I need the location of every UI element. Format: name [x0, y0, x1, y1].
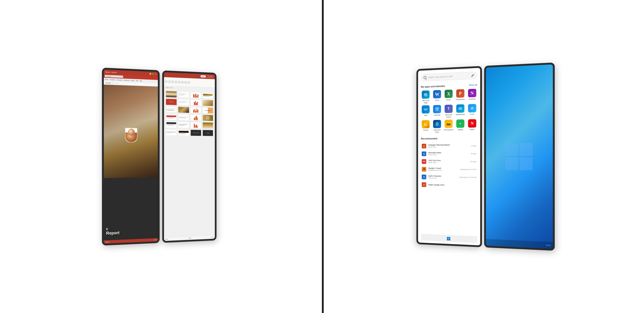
ribbon-tab-design[interactable]: Design: [105, 78, 108, 80]
rec-title-tax: 2019 Tax Form: [428, 159, 468, 161]
ribbon-tab-transitions[interactable]: Transitions: [110, 79, 115, 80]
app-item-netflix[interactable]: N Netflix: [467, 119, 477, 133]
rec-title-remodel: Remodel Notes: [428, 152, 469, 154]
rec-info-tax: 2019 Tax Form 2019 Taxes: [428, 159, 468, 163]
ppt-main-slide: c Report: [104, 84, 158, 241]
app-item-explorer[interactable]: File Explorer: [444, 120, 454, 133]
slide-thumb-19[interactable]: [190, 122, 201, 128]
app-item-onenote[interactable]: N OneNote: [467, 88, 477, 102]
app-label-edge: Microsoft Edge: [421, 99, 430, 104]
app-item-powerpoint[interactable]: P PowerPoint: [455, 89, 465, 103]
slide-thumb-3[interactable]: [190, 92, 201, 98]
ribbon-tab-review[interactable]: Review: [131, 80, 134, 81]
ribbon-icon-7[interactable]: [184, 81, 187, 83]
app-icon-todo: [468, 104, 476, 113]
minimize-button[interactable]: [150, 73, 151, 74]
slide-thumb-22[interactable]: [178, 129, 189, 136]
app-item-calendar[interactable]: 12 Calendar: [432, 105, 442, 118]
ribbon-icon-8[interactable]: [188, 81, 190, 84]
ribbon-tab-slideshow[interactable]: Slide Show: [124, 79, 130, 81]
app-item-teams[interactable]: T Microsoft Teams: [444, 104, 454, 118]
app-label-whiteboard: Whiteboard: [456, 113, 465, 116]
ribbon-icon-4[interactable]: [175, 80, 177, 83]
app-item-edge[interactable]: Microsoft Edge: [421, 90, 430, 104]
app-item-excel[interactable]: X Excel: [444, 89, 454, 103]
slide-title-letter: c: [106, 226, 119, 231]
app-icon-calendar: 12: [433, 105, 441, 113]
app-item-photos[interactable]: Photos: [421, 120, 430, 133]
comments-button[interactable]: Comments: [206, 75, 214, 78]
rec-item-water[interactable]: P Water Quality 2018: [421, 181, 477, 189]
ppt-screen-right: 👤 Share Comments: [162, 70, 216, 243]
rec-item-travel[interactable]: ✈ Margie's Travel Margiestravel.com Yest…: [421, 165, 477, 173]
slide-thumb-18[interactable]: [178, 122, 189, 128]
slide-thumb-5[interactable]: Coffee Report: [166, 98, 177, 105]
ribbon-icon-1[interactable]: [165, 80, 168, 83]
ribbon-icon-5[interactable]: [178, 80, 181, 83]
status-general: General: [105, 241, 109, 243]
notes-button[interactable]: Notes: [165, 238, 168, 240]
win-logo-bl: [447, 239, 448, 240]
slide-thumb-12[interactable]: TRUE ▸ FALSE: [202, 107, 213, 113]
app-item-store[interactable]: Microsoft Store: [432, 120, 442, 133]
slide-thumb-1[interactable]: 1 ▸: [166, 91, 177, 97]
show-all-button[interactable]: Show all: [469, 83, 477, 86]
ribbon-tab-view[interactable]: View: [136, 80, 138, 81]
windows-search-bar[interactable]: Search web and your stuff 🎤: [421, 71, 477, 81]
mic-icon[interactable]: 🎤: [471, 74, 474, 77]
win-start-button[interactable]: [446, 236, 450, 241]
slide-thumb-14[interactable]: [178, 114, 189, 121]
slide-thumb-11[interactable]: [190, 107, 201, 113]
slide-thumb-21[interactable]: [166, 129, 177, 136]
ribbon-icon-6[interactable]: [181, 81, 184, 83]
app-item-todo[interactable]: To Do: [467, 104, 477, 117]
win-logo-large-bl: [505, 157, 518, 170]
share-button[interactable]: Share: [200, 75, 206, 77]
win-logo: [447, 237, 450, 240]
slide-thumb-24[interactable]: Summary: [202, 130, 213, 136]
slide-thumb-7[interactable]: [190, 99, 201, 106]
slide-thumb-6[interactable]: [178, 99, 189, 105]
slide-thumb-8[interactable]: [202, 99, 213, 106]
slide-thumb-4[interactable]: [202, 92, 213, 99]
app-icon-spotify: [456, 119, 464, 128]
ribbon-tab-animations[interactable]: Animations: [117, 79, 122, 80]
slides-grid[interactable]: 1 ▸: [164, 89, 215, 237]
slide-thumb-20[interactable]: [202, 122, 213, 128]
slide-thumb-13[interactable]: [166, 114, 177, 120]
ribbon-icon-2[interactable]: [168, 80, 171, 83]
rec-subtitle-remodel: Home docs: [428, 154, 469, 156]
app-icon-teams: T: [444, 105, 452, 113]
ppt-search-input[interactable]: 🔍 Search: [105, 75, 123, 78]
ribbon-tab-help[interactable]: Help: [140, 80, 142, 81]
slide-thumb-10[interactable]: [178, 106, 189, 113]
app-label-mail: Mail: [424, 114, 427, 116]
close-button[interactable]: [155, 73, 156, 75]
slide-thumb-23[interactable]: Coffee Report 2020: [190, 130, 201, 136]
app-label-word: Word: [435, 99, 439, 101]
maximize-button[interactable]: [152, 73, 154, 75]
rec-item-strategic[interactable]: P Strategic Planning Report Work docs 1h…: [421, 142, 477, 150]
app-icon-onenote: N: [468, 89, 476, 97]
new-slide-button[interactable]: New Slide: [105, 82, 111, 84]
app-item-whiteboard[interactable]: Whiteboard: [455, 104, 465, 118]
app-item-mail[interactable]: Mail: [421, 105, 430, 118]
slide-thumb-15[interactable]: [190, 114, 201, 121]
recommended-header: Recommended: [421, 136, 477, 140]
app-item-word[interactable]: W Word: [432, 90, 442, 103]
svg-rect-2: [424, 108, 428, 111]
slide-thumb-17[interactable]: [166, 121, 177, 128]
rec-item-remodel[interactable]: W Remodel Notes Home docs 5h ago: [421, 150, 477, 157]
app-icon-excel: X: [444, 89, 452, 98]
svg-text:12: 12: [436, 109, 438, 111]
app-icon-explorer: [444, 120, 452, 128]
slide-thumb-2[interactable]: [178, 91, 189, 98]
rec-info-strategic: Strategic Planning Report Work docs: [428, 144, 469, 148]
slide-thumb-9[interactable]: [166, 106, 177, 113]
win-logo-tr: [448, 237, 450, 239]
rec-item-tax[interactable]: PDF 2019 Tax Form 2019 Taxes 12h ago: [421, 158, 477, 165]
slide-thumb-16[interactable]: [202, 115, 213, 121]
ribbon-icon-3[interactable]: [171, 80, 174, 83]
app-item-spotify[interactable]: Spotify: [455, 119, 465, 133]
rec-item-finances[interactable]: W Dad's Finances Home docs Yesterday at …: [421, 173, 477, 181]
